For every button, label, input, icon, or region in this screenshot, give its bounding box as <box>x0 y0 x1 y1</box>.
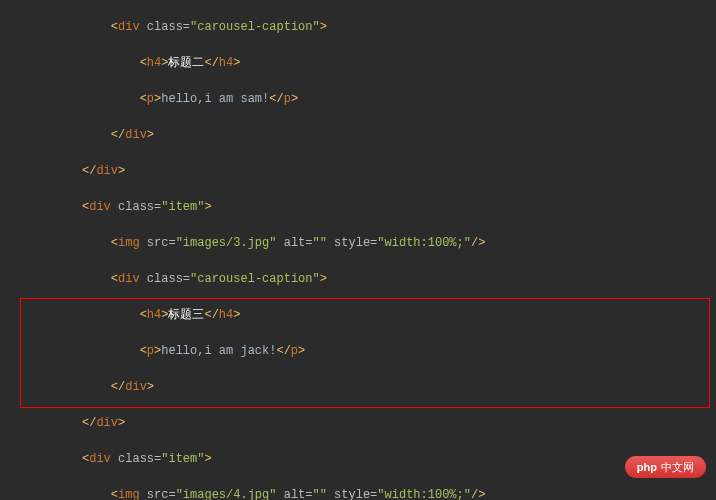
code-line: </div> <box>10 126 716 144</box>
attr-val: item <box>168 452 197 466</box>
attr-val: carousel-caption <box>197 20 312 34</box>
code-line: <div class="item"> <box>10 198 716 216</box>
code-line: <img src="images/3.jpg" alt="" style="wi… <box>10 234 716 252</box>
code-line: <img src="images/4.jpg" alt="" style="wi… <box>10 486 716 500</box>
attr-val: width:100%; <box>385 488 464 500</box>
code-line: <h4>标题三</h4> <box>10 306 716 324</box>
code-line: <h4>标题二</h4> <box>10 54 716 72</box>
code-line: <p>hello,i am sam!</p> <box>10 90 716 108</box>
attr-val: images/3.jpg <box>183 236 269 250</box>
text: 标题二 <box>168 56 204 70</box>
code-line: <div class="item"> <box>10 450 716 468</box>
code-line: <div class="carousel-caption"> <box>10 270 716 288</box>
attr-val: width:100%; <box>385 236 464 250</box>
attr-val: item <box>168 200 197 214</box>
code-line: <p>hello,i am jack!</p> <box>10 342 716 360</box>
code-line: </div> <box>10 378 716 396</box>
watermark-cn: 中文网 <box>661 461 694 473</box>
code-editor-content[interactable]: <div class="carousel-caption"> <h4>标题二</… <box>0 0 716 500</box>
code-line: </div> <box>10 414 716 432</box>
attr-val: carousel-caption <box>197 272 312 286</box>
attr-val: images/4.jpg <box>183 488 269 500</box>
text: hello,i am sam! <box>161 92 269 106</box>
text: hello,i am jack! <box>161 344 276 358</box>
watermark-brand: php <box>637 461 657 473</box>
text: 标题三 <box>168 308 204 322</box>
watermark-badge: php中文网 <box>625 456 706 479</box>
code-line: </div> <box>10 162 716 180</box>
code-line: <div class="carousel-caption"> <box>10 18 716 36</box>
